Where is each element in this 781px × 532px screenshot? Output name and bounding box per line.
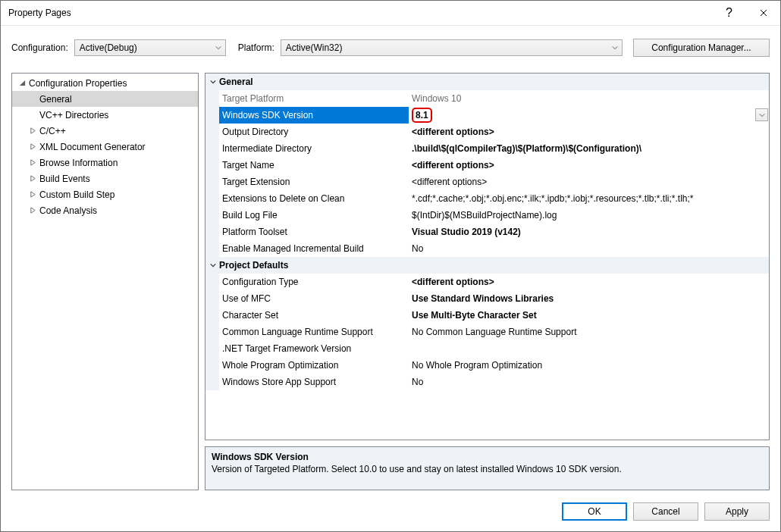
tree-label: Code Analysis	[38, 205, 97, 216]
cell-label: Enable Managed Incremental Build	[219, 240, 409, 257]
tree-label: Browse Information	[38, 158, 118, 168]
tree-label: General	[38, 94, 72, 105]
cell-value: <different options>	[409, 274, 769, 290]
tree-item-browse-info[interactable]: Browse Information	[12, 155, 198, 171]
chevron-down-icon	[207, 262, 219, 268]
group-general[interactable]: General	[205, 74, 769, 90]
ok-button[interactable]: OK	[562, 502, 627, 521]
description-title: Windows SDK Version	[212, 452, 763, 462]
row-character-set[interactable]: Character Set Use Multi-Byte Character S…	[205, 307, 769, 324]
row-net-framework[interactable]: .NET Target Framework Version	[205, 340, 769, 357]
row-extensions-delete[interactable]: Extensions to Delete on Clean *.cdf;*.ca…	[205, 190, 769, 207]
tree-item-config-props[interactable]: Configuration Properties	[12, 75, 198, 91]
tree-panel: Configuration Properties General VC++ Di…	[11, 73, 199, 490]
chevron-right-icon	[27, 127, 38, 134]
cell-label: Platform Toolset	[219, 224, 409, 240]
tree-item-code-analysis[interactable]: Code Analysis	[12, 202, 198, 218]
chevron-right-icon	[27, 191, 38, 198]
sdk-version-value: 8.1	[412, 108, 432, 123]
dialog-body: Configuration Properties General VC++ Di…	[1, 62, 780, 496]
apply-button[interactable]: Apply	[704, 502, 770, 521]
row-output-directory[interactable]: Output Directory <different options>	[205, 124, 769, 140]
chevron-down-icon	[212, 40, 225, 55]
row-build-log[interactable]: Build Log File $(IntDir)$(MSBuildProject…	[205, 207, 769, 224]
tree-item-build-events[interactable]: Build Events	[12, 171, 198, 186]
row-configuration-type[interactable]: Configuration Type <different options>	[205, 274, 769, 290]
platform-label: Platform:	[238, 42, 274, 53]
cell-label: Build Log File	[219, 207, 409, 224]
footer: OK Cancel Apply	[1, 496, 780, 531]
row-target-extension[interactable]: Target Extension <different options>	[205, 174, 769, 190]
chevron-down-icon	[608, 40, 622, 55]
row-intermediate-directory[interactable]: Intermediate Directory .\build\$(qlCompi…	[205, 140, 769, 157]
chevron-right-icon	[27, 175, 38, 182]
configuration-select[interactable]: Active(Debug)	[74, 39, 226, 56]
cell-label: Extensions to Delete on Clean	[219, 190, 409, 207]
cell-value: *.cdf;*.cache;*.obj;*.obj.enc;*.ilk;*.ip…	[409, 190, 769, 207]
row-winstore-app[interactable]: Windows Store App Support No	[205, 374, 769, 390]
platform-select[interactable]: Active(Win32)	[281, 39, 623, 56]
cancel-button[interactable]: Cancel	[633, 502, 698, 521]
cell-value: Windows 10	[409, 90, 769, 107]
platform-value: Active(Win32)	[281, 42, 608, 53]
configuration-value: Active(Debug)	[75, 42, 212, 53]
cell-label: .NET Target Framework Version	[219, 340, 409, 357]
cell-label: Windows SDK Version	[219, 107, 409, 124]
cell-label: Windows Store App Support	[219, 374, 409, 390]
row-clr-support[interactable]: Common Language Runtime Support No Commo…	[205, 324, 769, 340]
help-button[interactable]: ?	[712, 1, 746, 25]
window-title: Property Pages	[8, 8, 712, 18]
config-manager-button[interactable]: Configuration Manager...	[633, 39, 770, 57]
cell-value: <different options>	[409, 174, 769, 190]
row-platform-toolset[interactable]: Platform Toolset Visual Studio 2019 (v14…	[205, 224, 769, 240]
right-pane: General Target Platform Windows 10 Windo…	[199, 73, 770, 490]
tree-label: Build Events	[38, 174, 90, 184]
cell-value: Visual Studio 2019 (v142)	[409, 224, 769, 240]
ok-label: OK	[588, 506, 601, 517]
tree-item-xml-doc-gen[interactable]: XML Document Generator	[12, 139, 198, 155]
row-target-name[interactable]: Target Name <different options>	[205, 157, 769, 174]
row-whole-program-opt[interactable]: Whole Program Optimization No Whole Prog…	[205, 357, 769, 374]
row-managed-incremental[interactable]: Enable Managed Incremental Build No	[205, 240, 769, 257]
cell-value: No	[409, 240, 769, 257]
chevron-right-icon	[27, 159, 38, 166]
titlebar: Property Pages ?	[1, 1, 780, 26]
tree-label: Custom Build Step	[38, 189, 114, 200]
row-use-mfc[interactable]: Use of MFC Use Standard Windows Librarie…	[205, 290, 769, 307]
chevron-right-icon	[27, 143, 38, 150]
property-grid: General Target Platform Windows 10 Windo…	[205, 73, 770, 440]
dropdown-button[interactable]	[755, 108, 768, 121]
tree-item-general[interactable]: General	[12, 91, 198, 107]
cell-value: .\build\$(qlCompilerTag)\$(Platform)\$(C…	[409, 140, 769, 157]
row-windows-sdk-version[interactable]: Windows SDK Version 8.1	[205, 107, 769, 124]
cell-value: <different options>	[409, 124, 769, 140]
tree-item-vc-directories[interactable]: VC++ Directories	[12, 107, 198, 123]
cell-value	[409, 340, 769, 357]
row-target-platform[interactable]: Target Platform Windows 10	[205, 90, 769, 107]
group-label: Project Defaults	[219, 260, 288, 271]
configuration-label: Configuration:	[11, 42, 68, 53]
cell-label: Output Directory	[219, 124, 409, 140]
cell-label: Target Name	[219, 157, 409, 174]
cell-label: Whole Program Optimization	[219, 357, 409, 374]
cell-label: Target Extension	[219, 174, 409, 190]
cell-value[interactable]: 8.1	[409, 107, 769, 124]
cell-label: Configuration Type	[219, 274, 409, 290]
cell-value: Use Multi-Byte Character Set	[409, 307, 769, 324]
tree-label: XML Document Generator	[38, 142, 146, 152]
close-button[interactable]	[746, 1, 780, 25]
cell-value: No	[409, 374, 769, 390]
cell-value: $(IntDir)$(MSBuildProjectName).log	[409, 207, 769, 224]
description-text: Version of Targeted Platform. Select 10.…	[212, 464, 763, 474]
cell-label: Common Language Runtime Support	[219, 324, 409, 340]
group-label: General	[219, 77, 253, 87]
tree-item-c-cpp[interactable]: C/C++	[12, 123, 198, 139]
cell-label: Target Platform	[219, 90, 409, 107]
group-project-defaults[interactable]: Project Defaults	[205, 257, 769, 274]
tree-item-custom-build-step[interactable]: Custom Build Step	[12, 186, 198, 202]
cell-value: No Common Language Runtime Support	[409, 324, 769, 340]
cell-label: Use of MFC	[219, 290, 409, 307]
cell-value: <different options>	[409, 157, 769, 174]
chevron-down-icon	[17, 80, 27, 86]
property-pages-window: Property Pages ? Configuration: Active(D…	[0, 0, 781, 532]
